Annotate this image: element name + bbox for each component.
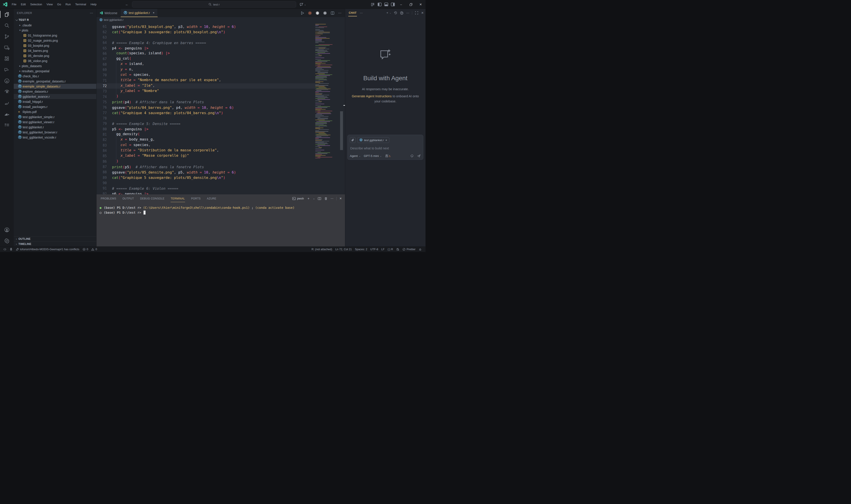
scrollbar-thumb[interactable] <box>340 111 343 150</box>
file-test ggblanket_simple.r[interactable]: Ⓡtest ggblanket_simple.r <box>14 114 96 120</box>
status-copilot-off[interactable] <box>395 248 401 251</box>
code-line-89[interactable]: 89cat("Graphique 5 sauvegarde: plots/05_… <box>97 175 315 180</box>
account-icon[interactable] <box>0 224 14 235</box>
code-line-83[interactable]: 83 col = species, <box>97 143 315 148</box>
file-06_violon.png[interactable]: 06_violon.png <box>14 58 96 64</box>
copilot-chat-icon[interactable] <box>0 64 14 75</box>
code-line-62[interactable]: 62cat("Graphique 3 sauvegarde: plots/03_… <box>97 29 315 35</box>
code-line-64[interactable]: 64# ===== Exemple 4: Graphique en barres… <box>97 40 315 46</box>
file-check_libs.r[interactable]: Ⓡcheck_libs.r <box>14 74 96 79</box>
code-line-85[interactable]: 85 x_label = "Masse corporelle (g)" <box>97 154 315 159</box>
menu-go[interactable]: Go <box>55 2 63 7</box>
code-line-78[interactable]: 78 <box>97 116 315 121</box>
file-install_packages.r[interactable]: Ⓡinstall_packages.r <box>14 104 96 109</box>
terminal-dropdown-icon[interactable]: ⌄ <box>313 197 315 200</box>
code-line-71[interactable]: 71 title = "Nombre de manchots par ile e… <box>97 78 315 83</box>
status-lantern[interactable] <box>8 248 14 251</box>
minimap[interactable] <box>315 24 336 166</box>
new-terminal-icon[interactable]: ＋ <box>307 196 310 201</box>
github-icon[interactable] <box>0 75 14 87</box>
chat-input-placeholder[interactable]: Describe what to build next <box>350 146 420 150</box>
chat-settings-gear-icon[interactable] <box>400 11 403 15</box>
restore-button[interactable] <box>406 0 416 9</box>
panel-tab-terminal[interactable]: TERMINAL <box>171 195 185 202</box>
status-remote[interactable] <box>2 248 8 251</box>
chat-more-actions-icon[interactable]: ⋯ <box>406 11 409 15</box>
context-chip[interactable]: Ⓡ test ggblanket.r + <box>358 137 389 143</box>
swirl-icon[interactable] <box>0 97 14 109</box>
panel-tab-debug-console[interactable]: DEBUG CONSOLE <box>140 195 165 202</box>
folder-resultats_geospatial[interactable]: ▸resultats_geospatial <box>14 69 96 74</box>
status-error[interactable]: 0 <box>81 248 90 251</box>
menu-file[interactable]: File <box>10 2 18 7</box>
tab-welcome[interactable]: Welcome <box>97 9 121 17</box>
search-icon[interactable] <box>0 20 14 31</box>
status-slash[interactable]: Prettier <box>401 248 417 251</box>
split-terminal-icon[interactable] <box>318 197 321 200</box>
file-test ggblanket_viewer.r[interactable]: Ⓡtest ggblanket_viewer.r <box>14 120 96 125</box>
panel-tab-output[interactable]: OUTPUT <box>122 195 134 202</box>
code-line-66[interactable]: 66 count(species, island) |> <box>97 51 315 56</box>
code-line-88[interactable]: 88ggsave("plots/05_densite.png", p5, wid… <box>97 169 315 175</box>
chat-maximize-icon[interactable] <box>415 11 418 15</box>
extensions-icon[interactable] <box>0 53 14 64</box>
code-line-73[interactable]: 73 y_label = "Nombre" <box>97 89 315 94</box>
plot-viewer-icon[interactable] <box>0 109 14 120</box>
new-chat-icon[interactable]: ＋⌄ <box>386 11 391 15</box>
menu-run[interactable]: Run <box>64 2 73 7</box>
close-window-button[interactable]: ✕ <box>416 0 426 9</box>
code-line-92[interactable]: 92p6 <- penguins |> <box>97 191 315 194</box>
toggle-sidebar-icon[interactable] <box>376 0 383 9</box>
code-line-69[interactable]: 69 y = n, <box>97 67 315 72</box>
panel-tab-ports[interactable]: PORTS <box>191 195 201 202</box>
code-line-72[interactable]: 72 x_label = "Ile", <box>97 83 315 89</box>
file-Rplots.pdf[interactable]: ≡Rplots.pdf <box>14 109 96 114</box>
menu-terminal[interactable]: Terminal <box>73 2 88 7</box>
code-line-81[interactable]: 81 gg_density( <box>97 132 315 137</box>
folder-plots[interactable]: ▾plots <box>14 28 96 33</box>
customize-layout-icon[interactable] <box>370 0 376 9</box>
editor-scrollbar[interactable] <box>340 23 343 194</box>
code-line-77[interactable]: 77cat("Graphique 4 sauvegarde: plots/04_… <box>97 110 315 116</box>
status-lf[interactable]: LF <box>380 248 386 251</box>
run-file-icon[interactable] <box>300 11 305 15</box>
file-test_ggblanket_browser.r[interactable]: Ⓡtest_ggblanket_browser.r <box>14 130 96 135</box>
panel-more-actions-icon[interactable]: ⋯ <box>331 197 333 200</box>
checklist-icon[interactable] <box>0 120 14 131</box>
code-line-74[interactable]: 74 ) <box>97 94 315 99</box>
code-line-65[interactable]: 65p4 <- penguins |> <box>97 46 315 51</box>
chat-input-box[interactable]: Ⓡ test ggblanket.r + Describe what to bu… <box>347 135 423 160</box>
file-01_histogramme.png[interactable]: 01_histogramme.png <box>14 33 96 38</box>
code-line-84[interactable]: 84 title = "Distribution de la masse cor… <box>97 148 315 154</box>
status-bell[interactable] <box>417 248 423 251</box>
menu-selection[interactable]: Selection <box>28 2 44 7</box>
r-extension-icon[interactable]: R <box>0 87 14 97</box>
send-icon[interactable] <box>417 154 421 158</box>
code-editor[interactable]: 61ggsave("plots/03_boxplot.png", p3, wid… <box>97 23 345 194</box>
toggle-secondary-sidebar-icon[interactable] <box>389 0 396 9</box>
menu-edit[interactable]: Edit <box>19 2 28 7</box>
split-editor-icon[interactable] <box>331 11 334 15</box>
claude-code-icon[interactable] <box>308 11 312 15</box>
outline-section[interactable]: ›OUTLINE <box>14 236 96 241</box>
command-center-search[interactable]: test r <box>132 1 296 7</box>
code-line-79[interactable]: 79# ===== Exemple 5: Densite ===== <box>97 121 315 126</box>
file-test ggblanket.r[interactable]: Ⓡtest ggblanket.r <box>14 125 96 130</box>
breadcrumb[interactable]: Ⓡ test ggblanket.r <box>97 17 345 23</box>
chat-tab[interactable]: CHAT <box>348 10 357 16</box>
file-explore_datasets.r[interactable]: Ⓡexplore_datasets.r <box>14 89 96 94</box>
nav-back-icon[interactable]: ← <box>125 2 129 6</box>
tools-icon[interactable]: ⚠ <box>385 154 391 158</box>
file-04_barres.png[interactable]: 04_barres.png <box>14 48 96 53</box>
add-context-icon[interactable]: + <box>385 138 387 142</box>
panel-tab-problems[interactable]: PROBLEMS <box>101 195 117 202</box>
agent-mode-dropdown[interactable]: Agent⌄ <box>350 154 361 158</box>
status-r-not-attached[interactable]: R: (not attached) <box>310 248 334 251</box>
chat-history-icon[interactable] <box>394 11 397 15</box>
file-ggblanket_avance.r[interactable]: Ⓡggblanket_avance.r <box>14 94 96 99</box>
menu-view[interactable]: View <box>45 2 55 7</box>
code-line-61[interactable]: 61ggsave("plots/03_boxplot.png", p3, wid… <box>97 24 315 29</box>
close-tab-icon[interactable]: × <box>153 11 155 14</box>
settings-gear-icon[interactable] <box>0 235 14 247</box>
terminal-output[interactable]: ● (base) PS D:\test r> (C:\Users\thier\m… <box>97 202 345 215</box>
